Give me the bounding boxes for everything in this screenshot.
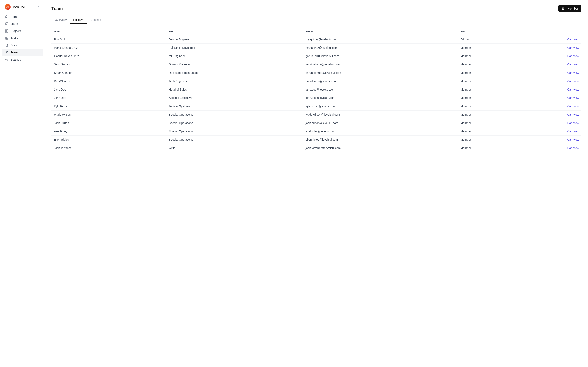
sidebar-item-label: Team [11, 51, 17, 54]
member-title: Special Operations [166, 136, 303, 144]
member-email: sarah.connor@levelsui.com [303, 69, 458, 77]
member-email: jane.doe@levelsui.com [303, 85, 458, 94]
main-content: Team ⊞ + Member OverviewHolidaysSettings… [45, 0, 588, 367]
table-row: Roy QuilorDesign Engineerroy.quilor@leve… [52, 35, 581, 44]
table-column-header: Name [52, 28, 166, 35]
table-row: John DoeAccount Executivejohn.doe@levels… [52, 94, 581, 102]
sidebar-item-label: Settings [11, 58, 21, 61]
member-title: Full Stack Developer [166, 44, 303, 52]
member-permissions[interactable]: Can view [517, 60, 581, 69]
member-permissions[interactable]: Can view [517, 144, 581, 152]
plus-icon: ⊞ [562, 7, 564, 10]
member-permissions[interactable]: Can view [517, 119, 581, 127]
member-email: maria.cruz@levelsui.com [303, 44, 458, 52]
sidebar-item-team[interactable]: Team [2, 49, 43, 56]
user-header[interactable]: JD John Doe ⌃ [2, 2, 43, 11]
table-row: Jane DoeHead of Salesjane.doe@levelsui.c… [52, 85, 581, 94]
user-name: John Doe [13, 5, 36, 8]
tab-holidays[interactable]: Holidays [70, 16, 87, 24]
member-permissions[interactable]: Can view [517, 85, 581, 94]
member-permissions[interactable]: Can view [517, 35, 581, 44]
member-title: Head of Sales [166, 85, 303, 94]
table-row: Kyle ReeseTactical Systemskyle.reese@lev… [52, 102, 581, 110]
member-permissions[interactable]: Can view [517, 94, 581, 102]
projects-icon [5, 29, 9, 33]
member-email: axel.foley@levelsui.com [303, 127, 458, 136]
tasks-icon [5, 36, 9, 40]
svg-rect-7 [7, 31, 8, 33]
member-name: Sersi Sabado [52, 60, 166, 69]
member-title: Special Operations [166, 127, 303, 136]
member-title: Growth Marketing [166, 60, 303, 69]
member-role: Member [458, 119, 517, 127]
sidebar-item-label: Tasks [11, 36, 18, 40]
table-column-header: Role [458, 28, 517, 35]
table-row: Axel FoleySpecial Operationsaxel.foley@l… [52, 127, 581, 136]
table-row: Sersi SabadoGrowth Marketingsersi.sabado… [52, 60, 581, 69]
learn-icon [5, 22, 9, 26]
table-row: Jack BurtonSpecial Operationsjack.burton… [52, 119, 581, 127]
member-permissions[interactable]: Can view [517, 110, 581, 119]
svg-rect-8 [6, 37, 7, 38]
sidebar-item-tasks[interactable]: Tasks [2, 35, 43, 42]
member-permissions[interactable]: Can view [517, 44, 581, 52]
table-row: Sarah ConnorResistance Tech Leadersarah.… [52, 69, 581, 77]
sidebar-item-docs[interactable]: Docs [2, 42, 43, 49]
member-email: ellen.ripley@levelsui.com [303, 136, 458, 144]
member-role: Member [458, 127, 517, 136]
chevron-down-icon: ⌃ [38, 6, 40, 8]
member-title: Tactical Systems [166, 102, 303, 110]
sidebar-item-learn[interactable]: Learn [2, 20, 43, 27]
table-column-header [517, 28, 581, 35]
docs-icon [5, 43, 9, 47]
member-role: Member [458, 102, 517, 110]
member-role: Member [458, 136, 517, 144]
member-name: Ellen Ripley [52, 136, 166, 144]
member-role: Member [458, 110, 517, 119]
member-role: Member [458, 60, 517, 69]
member-name: Maria Santos Cruz [52, 44, 166, 52]
member-permissions[interactable]: Can view [517, 102, 581, 110]
sidebar-nav: Home Learn Projects Tasks Docs Team Sett… [0, 13, 45, 63]
member-name: Jack Torrance [52, 144, 166, 152]
settings-icon [5, 58, 9, 61]
member-title: Special Operations [166, 119, 303, 127]
member-role: Admin [458, 35, 517, 44]
member-email: jack.burton@levelsui.com [303, 119, 458, 127]
sidebar: JD John Doe ⌃ Home Learn Projects Tasks … [0, 0, 45, 367]
member-name: Jane Doe [52, 85, 166, 94]
member-name: John Doe [52, 94, 166, 102]
member-role: Member [458, 85, 517, 94]
page-title: Team [52, 6, 63, 11]
page-header: Team ⊞ + Member [52, 5, 581, 12]
member-permissions[interactable]: Can view [517, 69, 581, 77]
sidebar-item-label: Home [11, 15, 18, 18]
member-permissions[interactable]: Can view [517, 136, 581, 144]
tab-overview[interactable]: Overview [52, 16, 70, 24]
member-permissions[interactable]: Can view [517, 52, 581, 60]
member-role: Member [458, 69, 517, 77]
tab-settings[interactable]: Settings [87, 16, 104, 24]
svg-point-13 [7, 51, 8, 52]
sidebar-item-settings[interactable]: Settings [2, 56, 43, 63]
table-row: Gabriel Reyes CruzML Engineergabriel.cru… [52, 52, 581, 60]
svg-point-14 [6, 59, 7, 60]
member-title: Writer [166, 144, 303, 152]
table-row: Riri WilliamsTech Engineerriri.williams@… [52, 77, 581, 85]
add-member-button[interactable]: ⊞ + Member [558, 5, 581, 12]
member-email: gabriel.cruz@levelsui.com [303, 52, 458, 60]
sidebar-item-label: Learn [11, 22, 18, 25]
svg-point-12 [6, 51, 7, 52]
member-role: Member [458, 94, 517, 102]
svg-rect-9 [7, 37, 8, 38]
member-permissions[interactable]: Can view [517, 77, 581, 85]
sidebar-item-projects[interactable]: Projects [2, 27, 43, 34]
avatar: JD [5, 4, 11, 10]
member-email: kyle.reese@levelsui.com [303, 102, 458, 110]
member-name: Sarah Connor [52, 69, 166, 77]
member-email: wade.wilson@levelsui.com [303, 110, 458, 119]
sidebar-item-home[interactable]: Home [2, 13, 43, 20]
member-email: roy.quilor@levelsui.com [303, 35, 458, 44]
team-icon [5, 50, 9, 54]
member-permissions[interactable]: Can view [517, 127, 581, 136]
